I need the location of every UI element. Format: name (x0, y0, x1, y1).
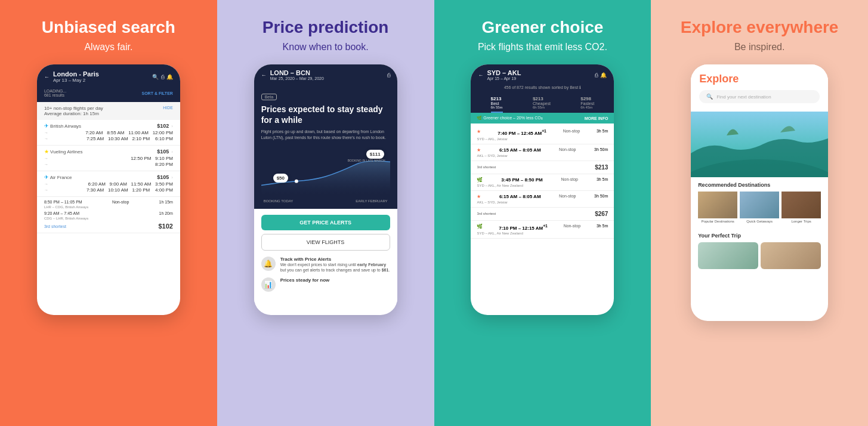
price-267: $267 (595, 211, 608, 217)
airline-name-vueling: Vueling Airlines (50, 149, 82, 155)
destination-grid: Popular Destinations Quick Getaways Long… (698, 192, 821, 223)
phone-1-header: ← London - Paris Apr 13 – May 2 🔍 ⎙ 🔔 (37, 64, 180, 87)
flight-item-4: ★ 6:15 AM – 8:05 AM Non-stop 3h 50m AKL … (471, 191, 614, 208)
star-icon-1: ★ (477, 129, 481, 136)
track-desc: We don't expect prices to start rising u… (280, 262, 390, 273)
flight-row-ba: ✈ British Airways $102 › → 7:20 AM 8:55 … (37, 120, 180, 146)
track-text: Track with Price Alerts We don't expect … (280, 257, 390, 273)
tab-cheapest[interactable]: $213 Cheapest 6h 55m (533, 96, 551, 113)
explore-title: Explore (699, 73, 820, 85)
svg-point-0 (295, 180, 298, 183)
more-info-button[interactable]: MORE INFO (585, 116, 608, 121)
arrow-return: → (44, 137, 48, 141)
phone-mockup-4: Explore 🔍 Find your next destination (691, 64, 828, 321)
vueling-time-2: → 8:20 PM (44, 162, 173, 167)
arrow-4: → (44, 162, 48, 166)
back-icon-2: ← (261, 72, 267, 78)
airline-airnz-2: SYD – AKL, Air New Zealand (477, 231, 608, 235)
chevron-icon-2: › (171, 149, 173, 155)
green-banner: 🌿 Greener choice – 20% less CO₂ MORE INF… (471, 113, 614, 124)
section-header: 10+ non-stop flights per day Average dur… (37, 102, 180, 120)
hero-svg (691, 112, 828, 177)
panel-4-subtitle: Be inspired. (734, 42, 785, 53)
booking-late-label: BOOKING IN LATE MARCH (348, 159, 385, 162)
panel-2-subtitle: Know when to book. (283, 42, 369, 53)
trip-image-2[interactable] (761, 242, 821, 269)
chevron-icon: › (171, 124, 173, 129)
airline-jetstar-2: AKL – SYD, Jetstar (477, 154, 608, 158)
nonstop-times-2: 9:20 AM – 7:45 AM (44, 211, 79, 215)
phone-mockup-1: ← London - Paris Apr 13 – May 2 🔍 ⎙ 🔔 LO… (37, 64, 180, 315)
dates-3: Apr 15 – Apr 19 (487, 76, 595, 81)
flight-row-vueling: ★ Vueling Airlines $105 › → 12:50 PM 9:1… (37, 146, 180, 171)
bell-icon[interactable]: 🔔 (166, 74, 173, 80)
share-icon[interactable]: ⎙ (161, 74, 164, 80)
dest-label-quick: Quick Getaways (740, 220, 779, 223)
share-icon-3[interactable]: ⎙ (595, 72, 598, 78)
chart-label-now: BOOKING TODAY (264, 199, 294, 203)
back-icon: ← (44, 74, 50, 80)
get-alerts-button[interactable]: GET PRICE ALERTS (261, 215, 390, 230)
loading-text: LOADING... (44, 89, 66, 93)
panel-1-title: Unbiased search (42, 18, 175, 37)
loading-bar: LOADING... 681 results SORT & FILTER (37, 87, 180, 102)
section-header-label: 10+ non-stop flights per day (44, 106, 103, 111)
flight-row-af: ✈ Air France $105 › → 6:20 AM 9:00 AM 11… (37, 171, 180, 197)
leaf-icon-1: 🌿 (477, 177, 483, 183)
hide-button[interactable]: HIDE (163, 106, 173, 116)
flight-item-3: 🌿 3:45 PM – 8:50 PM Non-stop 3h 5m SYD –… (471, 174, 614, 191)
search-placeholder: Find your next destination (716, 94, 771, 100)
arrow-3: → (44, 156, 48, 160)
airline-name-af: Air France (50, 175, 72, 180)
nonstop-duration-2: 1h 20m (159, 211, 173, 215)
shortest-tag: 3rd shortest (44, 224, 66, 229)
route-label: London - Paris (53, 70, 152, 78)
search-bar[interactable]: 🔍 Find your next destination (699, 90, 820, 103)
panel-unbiased-search: Unbiased search Always fair. ← London - … (0, 0, 217, 426)
back-icon-3: ← (478, 72, 483, 78)
arrow-6: → (44, 188, 48, 192)
price-chart: $50 $111 BOOKING IN LATE MARCH (261, 147, 390, 195)
phone-mockup-3: ← SYD – AKL Apr 15 – Apr 19 ⎙ 🔔 456 of 8… (471, 64, 614, 315)
tab-fastest[interactable]: $298 Fastest 6h 45m (580, 96, 594, 113)
explore-header: Explore 🔍 Find your next destination (691, 64, 828, 112)
share-icon-2[interactable]: ⎙ (387, 72, 390, 78)
panel-1-subtitle: Always fair. (84, 42, 132, 53)
flight-item-1: ★ 7:40 PM – 12:45 AM+1 Non-stop 3h 5m SY… (471, 126, 614, 144)
nonstop-times-1: 8:50 PM – 11:05 PM (44, 200, 82, 204)
chart-labels: BOOKING TODAY EARLY FEBRUARY (261, 199, 390, 203)
airline-jetstar-3: AKL – SYD, Jetstar (477, 200, 608, 204)
arrow-depart: → (44, 131, 48, 135)
af-time-1: → 6:20 AM 9:00 AM 11:50 AM 3:50 PM (44, 181, 173, 187)
star-icon-2: ★ (477, 147, 481, 153)
af-time-2: → 7:30 AM 10:10 AM 1:20 PM 4:00 PM (44, 187, 173, 193)
tabs-row: $213 Best 6h 55m $213 Cheapest 6h 55m $2… (471, 91, 614, 113)
airline-name-ba: British Airways (50, 124, 81, 129)
shortest-tag-1: 3rd shortest (477, 165, 496, 169)
flight-time-row-ba-2: → 7:25 AM 10:30 AM 2:10 PM 6:10 PM (44, 136, 173, 141)
nonstop-route-1: LHR – CDG, British Airways (44, 205, 173, 209)
panel-greener-choice: Greener choice Pick flights that emit le… (434, 0, 651, 426)
bell-icon-3[interactable]: 🔔 (600, 72, 607, 78)
hero-image: Explore Everywhere (691, 112, 828, 177)
search-icon[interactable]: 🔍 (152, 74, 159, 80)
dest-card-quick[interactable]: Quick Getaways (740, 192, 779, 223)
view-flights-button[interactable]: VIEW FLIGHTS (261, 234, 390, 251)
dest-card-popular[interactable]: Popular Destinations (698, 192, 737, 223)
search-icon-4: 🔍 (706, 94, 713, 100)
nonstop-route-2: CDG – LHR, British Airways (44, 217, 173, 220)
phone-1-header-row: ← London - Paris Apr 13 – May 2 🔍 ⎙ 🔔 (44, 70, 173, 83)
final-price: $102 (158, 223, 172, 230)
sort-filter-button[interactable]: SORT & FILTER (142, 91, 173, 95)
leaf-icon-2: 🌿 (477, 224, 483, 231)
vueling-time-1: → 12:50 PM 9:10 PM (44, 156, 173, 161)
dest-card-longer[interactable]: Longer Trips (781, 192, 821, 223)
tab-best[interactable]: $213 Best 6h 55m (491, 96, 503, 113)
perfect-trip-section: Your Perfect Trip (691, 233, 828, 269)
airline-price-af: $105 (157, 174, 169, 180)
star-icon-3: ★ (477, 194, 481, 199)
chart-label-feb: EARLY FEBRUARY (356, 199, 387, 203)
price-row-2: 3rd shortest $267 (471, 208, 614, 221)
prediction-desc: Flight prices go up and down, but based … (261, 129, 390, 141)
trip-image-1[interactable] (698, 242, 758, 269)
